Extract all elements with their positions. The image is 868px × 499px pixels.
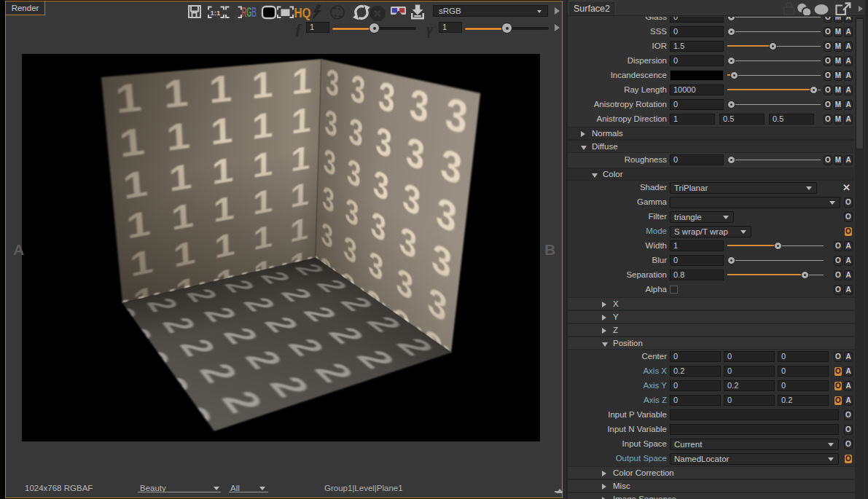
svg-text:1:1: 1:1 (211, 9, 221, 17)
svg-text:HQ: HQ (294, 6, 311, 20)
svg-text:RGB: RGB (242, 5, 257, 20)
